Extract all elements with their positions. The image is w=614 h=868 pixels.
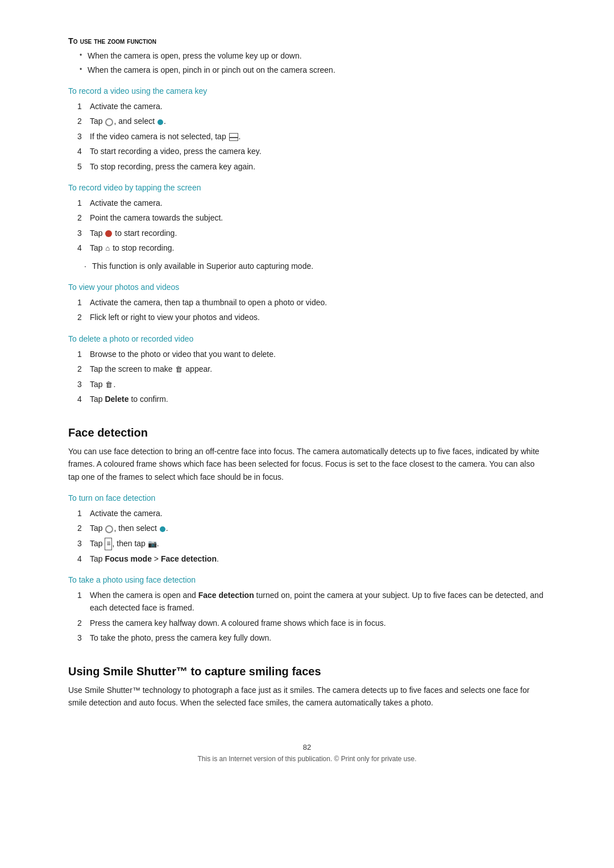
step-rvs-4: 4Tap ⌂ to stop recording. <box>77 242 546 255</box>
settings-icon-2 <box>105 525 113 533</box>
settings-icon <box>105 118 113 126</box>
step-tofd-1: 1Activate the camera. <box>77 507 546 520</box>
page-footer: 82 This is an Internet version of this p… <box>68 743 546 763</box>
record-video-screen-title: To record video by tapping the screen <box>68 183 546 192</box>
step-dp-4: 4Tap Delete to confirm. <box>77 393 546 405</box>
step-vpv-1: 1Activate the camera, then tap a thumbna… <box>77 296 546 309</box>
step-tpfd-3: 3To take the photo, press the camera key… <box>77 632 546 644</box>
view-photos-steps: 1Activate the camera, then tap a thumbna… <box>77 296 546 324</box>
step-rck-1: 1Activate the camera. <box>77 100 546 113</box>
menu-icon: ≡ <box>105 538 112 550</box>
page-content: To use the zoom function When the camera… <box>68 36 546 763</box>
page-number: 82 <box>68 743 546 751</box>
record-video-camera-key-title: To record a video using the camera key <box>68 86 546 95</box>
smile-shutter-title: Using Smile Shutter™ to capture smiling … <box>68 665 546 678</box>
step-tofd-2: 2Tap , then select . <box>77 522 546 534</box>
step-dp-1: 1Browse to the photo or video that you w… <box>77 348 546 360</box>
take-photo-face-detection-title: To take a photo using face detection <box>68 575 546 584</box>
mode-icon <box>157 119 163 125</box>
zoom-bullets: When the camera is open, press the volum… <box>77 50 546 76</box>
mode-icon-2 <box>160 526 165 532</box>
zoom-bullet-2: When the camera is open, pinch in or pin… <box>77 64 546 76</box>
zoom-function-title: To use the zoom function <box>68 36 546 45</box>
delete-photo-title: To delete a photo or recorded video <box>68 334 546 343</box>
step-rvs-1: 1Activate the camera. <box>77 197 546 209</box>
turn-on-face-detection-steps: 1Activate the camera. 2Tap , then select… <box>77 507 546 565</box>
trash-icon-inline: 🗑 <box>175 364 182 376</box>
take-photo-face-detection-steps: 1When the camera is open and Face detect… <box>77 589 546 645</box>
grid-icon <box>229 133 238 141</box>
record-video-note: This function is only available in Super… <box>84 260 546 272</box>
camera-icon: 📷 <box>148 538 157 550</box>
record-video-camera-key-steps: 1Activate the camera. 2Tap , and select … <box>77 100 546 173</box>
step-rck-5: 5To stop recording, press the camera key… <box>77 160 546 173</box>
step-dp-2: 2Tap the screen to make 🗑 appear. <box>77 363 546 376</box>
turn-on-face-detection-title: To turn on face detection <box>68 493 546 502</box>
face-detection-title: Face detection <box>68 426 546 439</box>
record-icon <box>105 230 112 237</box>
step-rck-2: 2Tap , and select . <box>77 115 546 127</box>
step-tofd-3: 3Tap ≡, then tap 📷. <box>77 537 546 550</box>
step-vpv-2: 2Flick left or right to view your photos… <box>77 311 546 323</box>
zoom-bullet-1: When the camera is open, press the volum… <box>77 50 546 62</box>
step-rvs-2: 2Point the camera towards the subject. <box>77 211 546 224</box>
step-rvs-3: 3Tap to start recording. <box>77 227 546 239</box>
home-icon: ⌂ <box>105 243 110 255</box>
delete-photo-steps: 1Browse to the photo or video that you w… <box>77 348 546 406</box>
record-video-screen-steps: 1Activate the camera. 2Point the camera … <box>77 197 546 255</box>
face-detection-description: You can use face detection to bring an o… <box>68 445 546 483</box>
smile-shutter-description: Use Smile Shutter™ technology to photogr… <box>68 684 546 709</box>
step-tofd-4: 4Tap Focus mode > Face detection. <box>77 553 546 565</box>
step-tpfd-2: 2Press the camera key halfway down. A co… <box>77 617 546 629</box>
trash-icon-inline-2: 🗑 <box>105 379 113 391</box>
step-dp-3: 3Tap 🗑. <box>77 378 546 391</box>
step-tpfd-1: 1When the camera is open and Face detect… <box>77 589 546 614</box>
legal-text: This is an Internet version of this publ… <box>68 755 546 763</box>
step-rck-3: 3If the video camera is not selected, ta… <box>77 130 546 143</box>
view-photos-title: To view your photos and videos <box>68 283 546 292</box>
step-rck-4: 4To start recording a video, press the c… <box>77 145 546 157</box>
